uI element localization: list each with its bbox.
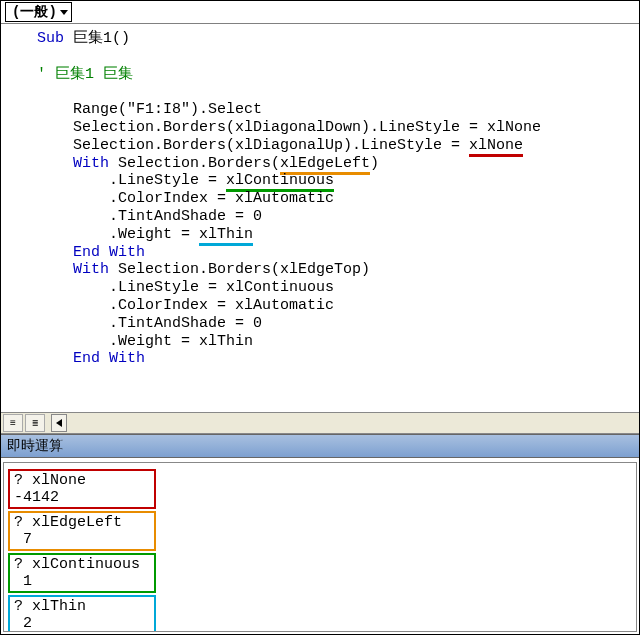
underline-xlnone: xlNone	[469, 137, 523, 157]
object-dropdown-bar: (一般)	[1, 1, 639, 24]
full-module-view-button[interactable]: ≣	[25, 414, 45, 432]
scroll-left-button[interactable]	[51, 414, 67, 432]
object-dropdown[interactable]: (一般)	[5, 2, 72, 22]
view-toolbar: ≡ ≣	[1, 412, 639, 434]
immediate-title: 即時運算	[7, 437, 63, 455]
immediate-box-xledgeleft: ? xlEdgeLeft 7	[8, 511, 156, 551]
immediate-window-header: 即時運算	[1, 434, 639, 458]
immediate-pane[interactable]: ? xlNone -4142 ? xlEdgeLeft 7 ? xlContin…	[3, 462, 637, 632]
vba-editor-window: (一般) Sub 巨集1() ' 巨集1 巨集 Range("F1:I8").S…	[0, 0, 640, 635]
immediate-box-xlthin: ? xlThin 2	[8, 595, 156, 632]
immediate-box-xlcontinuous: ? xlContinuous 1	[8, 553, 156, 593]
object-dropdown-value: (一般)	[12, 3, 57, 21]
immediate-box-xlnone: ? xlNone -4142	[8, 469, 156, 509]
code-pane[interactable]: Sub 巨集1() ' 巨集1 巨集 Range("F1:I8").Select…	[1, 24, 639, 412]
procedure-view-button[interactable]: ≡	[3, 414, 23, 432]
underline-xlthin: xlThin	[199, 226, 253, 246]
code-text: Sub 巨集1() ' 巨集1 巨集 Range("F1:I8").Select…	[1, 24, 639, 368]
